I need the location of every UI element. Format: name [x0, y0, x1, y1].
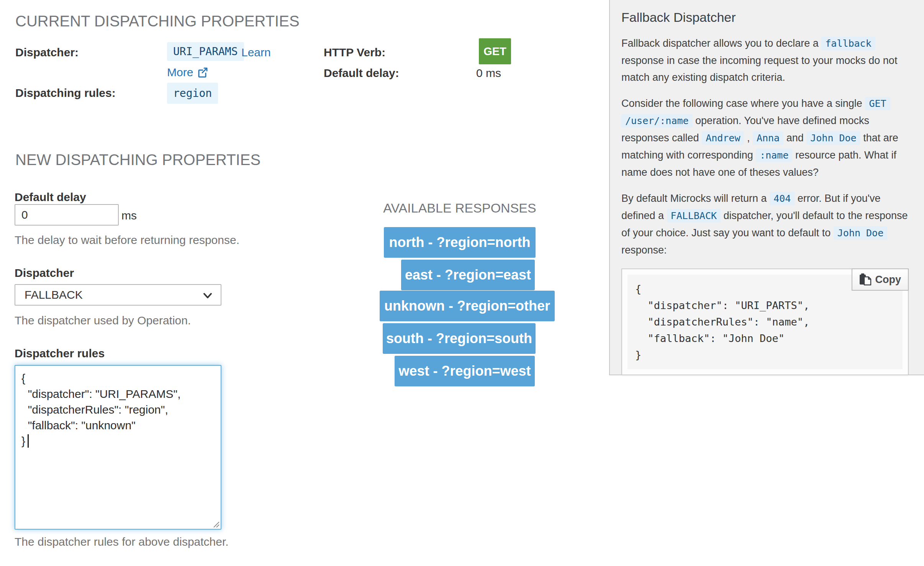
copy-icon: [859, 273, 872, 286]
response-button-unknown[interactable]: unknown - ?region=other: [380, 291, 555, 321]
response-button-north[interactable]: north - ?region=north: [384, 227, 536, 258]
dispatcher-current-value: URI_PARAMS: [167, 42, 244, 61]
current-properties-title: CURRENT DISPATCHING PROPERTIES: [15, 13, 300, 30]
rules-helper-text: The dispatcher rules for above dispatche…: [15, 535, 229, 548]
textarea-resize-handle[interactable]: [211, 520, 220, 528]
rules-field-label: Dispatcher rules: [15, 347, 105, 360]
help-code-block: Copy { "dispatcher": "URI_PARTS", "dispa…: [621, 268, 909, 375]
inline-code-chip: :name: [756, 149, 792, 162]
help-panel: Fallback Dispatcher Fallback dispatcher …: [609, 0, 924, 375]
http-verb-label: HTTP Verb:: [324, 46, 385, 59]
dispatcher-helper-text: The dispatcher used by Operation.: [15, 314, 191, 327]
inline-code-chip: Andrew: [702, 131, 744, 145]
inline-code-chip: Anna: [753, 131, 783, 145]
chevron-down-icon: [203, 293, 212, 299]
help-paragraphs: Fallback dispatcher allows you to declar…: [621, 35, 909, 258]
inline-code-chip: /user/:name: [621, 114, 693, 128]
learn-link[interactable]: Learn: [241, 46, 271, 59]
help-panel-title: Fallback Dispatcher: [621, 10, 909, 25]
delay-helper-text: The delay to wait before returning respo…: [15, 234, 239, 247]
response-button-east[interactable]: east - ?region=east: [401, 260, 535, 290]
dispatcher-current-label: Dispatcher:: [15, 46, 79, 59]
inline-code-chip: 404: [770, 192, 795, 205]
response-button-south[interactable]: south - ?region=south: [383, 323, 536, 354]
delay-field-label: Default delay: [15, 191, 86, 204]
inline-code-chip: John Doe: [806, 131, 860, 145]
copy-button[interactable]: Copy: [852, 268, 909, 291]
new-properties-title: NEW DISPATCHING PROPERTIES: [15, 151, 260, 168]
dispatching-rules-current-value: region: [167, 83, 218, 104]
available-responses-title: AVAILABLE RESPONSES: [326, 201, 594, 216]
dispatching-rules-current-label: Dispatching rules:: [15, 87, 116, 100]
inline-code-chip: fallback: [821, 37, 875, 50]
text-cursor: [28, 434, 29, 448]
dispatcher-rules-textarea[interactable]: { "dispatcher": "URI_PARAMS", "dispatche…: [15, 365, 221, 530]
dispatcher-field-label: Dispatcher: [15, 267, 74, 280]
response-button-west[interactable]: west - ?region=west: [395, 356, 535, 386]
inline-code-chip: FALLBACK: [667, 209, 721, 222]
help-paragraph: By default Microcks will return a 404 er…: [621, 190, 909, 258]
dispatcher-select-value: FALLBACK: [25, 288, 83, 301]
default-delay-current-value: 0 ms: [476, 67, 501, 80]
default-delay-current-label: Default delay:: [324, 67, 399, 80]
delay-unit-label: ms: [121, 209, 137, 222]
more-link-label: More: [167, 66, 193, 79]
inline-code-chip: John Doe: [834, 226, 887, 240]
copy-button-label: Copy: [875, 274, 901, 286]
help-paragraph: Fallback dispatcher allows you to declar…: [621, 35, 909, 86]
help-paragraph: Consider the following case where you ha…: [621, 95, 909, 181]
dispatcher-select[interactable]: FALLBACK: [15, 284, 221, 306]
http-verb-badge: GET: [479, 38, 511, 64]
delay-input[interactable]: [15, 204, 119, 226]
more-link[interactable]: More: [167, 66, 208, 79]
inline-code-chip: GET: [865, 97, 890, 110]
external-link-icon: [197, 67, 208, 78]
